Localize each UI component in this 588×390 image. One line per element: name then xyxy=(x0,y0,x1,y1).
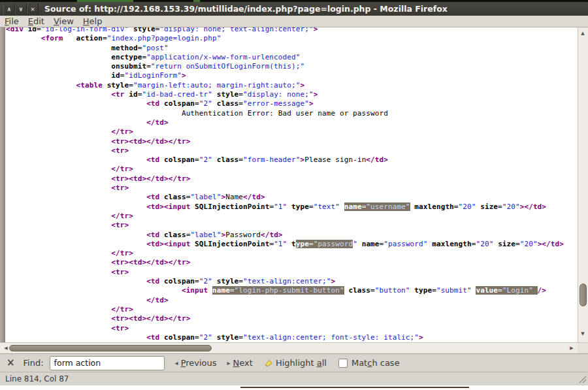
statusbar: Line 814, Col 87 xyxy=(0,372,588,385)
view-source-window: ∧ ∨ × Source of: http://192.168.153.39/m… xyxy=(0,0,588,390)
match-case-option[interactable]: Match case xyxy=(338,358,400,368)
source-line: onsubmit="return onSubmitOfLoginForm(thi… xyxy=(6,62,564,71)
match-case-label: Match case xyxy=(351,358,400,368)
lower-window-button[interactable]: ∨ xyxy=(15,3,27,14)
scrollbar-corner xyxy=(578,342,588,353)
source-line: <div id="id-log-in-form-div" style="disp… xyxy=(6,27,564,34)
scroll-down-arrow-icon[interactable]: ▼ xyxy=(578,329,587,338)
source-line: <tr> xyxy=(6,268,564,277)
menu-edit[interactable]: Edit xyxy=(24,16,49,26)
source-line: <td class="label">Password</td> xyxy=(6,231,564,240)
find-next-button[interactable]: ▸ Next xyxy=(227,358,253,368)
source-line: <tr><td></td></tr> xyxy=(6,314,564,323)
source-line: <td colspan="2" class="form-header">Plea… xyxy=(6,155,564,165)
window-left-border xyxy=(0,27,5,342)
close-icon: × xyxy=(30,6,35,12)
desktop-bottom-edge xyxy=(0,385,588,390)
source-line: <td colspan="2" style="text-align:center… xyxy=(6,333,564,342)
menu-view[interactable]: View xyxy=(49,16,78,26)
source-line: <tr><td></td></tr> xyxy=(6,258,564,267)
source-line: <input name="login-php-submit-button" cl… xyxy=(6,286,564,295)
vertical-scrollbar-thumb[interactable] xyxy=(580,284,587,306)
source-line: <tr><td></td></tr> xyxy=(6,137,564,146)
find-input[interactable] xyxy=(50,356,165,370)
menubar: File Edit View Help xyxy=(0,16,588,27)
source-line: </tr> xyxy=(6,127,564,137)
next-arrow-icon: ▸ xyxy=(227,360,231,366)
source-view[interactable]: <div id="id-log-in-form-div" style="disp… xyxy=(0,27,578,342)
find-toolbar: × Find: ◂ Previous ▸ Next Highlight all … xyxy=(0,353,588,372)
titlebar[interactable]: ∧ ∨ × Source of: http://192.168.153.39/m… xyxy=(0,2,588,16)
shade-icon: ∧ xyxy=(7,6,11,12)
highlighter-icon xyxy=(263,359,273,368)
find-close-icon[interactable]: × xyxy=(7,358,15,368)
vertical-scrollbar[interactable]: ▲ ▼ xyxy=(578,27,588,342)
find-previous-button[interactable]: ◂ Previous xyxy=(175,358,217,368)
source-line: <tr> xyxy=(6,324,564,333)
menu-file[interactable]: File xyxy=(0,16,24,26)
highlight-all-label: Highlight all xyxy=(276,358,327,368)
find-label: Find: xyxy=(24,358,44,368)
scroll-right-arrow-icon[interactable]: ▶ xyxy=(567,344,576,353)
menu-help[interactable]: Help xyxy=(78,16,107,26)
match-case-checkbox[interactable] xyxy=(338,359,348,368)
find-previous-label: Previous xyxy=(181,358,217,368)
source-line: <tr><td></td></tr> xyxy=(6,174,564,184)
source-line: <tr> xyxy=(6,221,564,230)
source-line: <tr> xyxy=(6,184,564,193)
source-line: </td> xyxy=(6,118,564,127)
source-line: method="post" xyxy=(6,44,564,53)
source-line: <td><input SQLInjectionPoint="1" type="p… xyxy=(6,240,564,249)
source-line: </tr> xyxy=(6,212,564,221)
previous-arrow-icon: ◂ xyxy=(175,360,178,366)
source-line: <tr id="id-bad-cred-tr" style="display: … xyxy=(6,90,564,99)
cursor-position-status: Line 814, Col 87 xyxy=(5,374,69,383)
source-line: <table style="margin-left:auto; margin-r… xyxy=(6,81,564,90)
source-line: <td colspan="2" style="text-align:center… xyxy=(6,277,564,286)
source-line: Authentication Error: Bad user name or p… xyxy=(6,109,564,118)
find-next-label: Next xyxy=(233,358,253,368)
highlight-all-button[interactable]: Highlight all xyxy=(263,358,327,368)
source-line: </tr> xyxy=(6,165,564,174)
background-window-edge xyxy=(240,387,469,388)
close-window-button[interactable]: × xyxy=(27,3,39,14)
horizontal-scrollbar-thumb[interactable] xyxy=(9,345,212,351)
source-line: </tr> xyxy=(6,249,564,258)
scroll-up-arrow-icon[interactable]: ▲ xyxy=(578,29,587,38)
window-title: Source of: http://192.168.153.39/mutilli… xyxy=(44,4,448,14)
source-line: <tr> xyxy=(6,146,564,155)
source-line: </td> xyxy=(6,296,564,305)
window-controls: ∧ ∨ × xyxy=(3,3,39,14)
resize-grip-icon[interactable] xyxy=(578,375,587,383)
source-line: <td><input SQLInjectionPoint="1" type="t… xyxy=(6,203,564,212)
shade-window-button[interactable]: ∧ xyxy=(3,3,15,14)
source-line: <td colspan="2" class="error-message"> xyxy=(6,99,564,108)
horizontal-scrollbar[interactable]: ◀ ▶ xyxy=(0,342,578,353)
source-line: <td class="label">Name</td> xyxy=(6,193,564,202)
source-line: enctype="application/x-www-form-urlencod… xyxy=(6,53,564,62)
source-code: <div id="id-log-in-form-div" style="disp… xyxy=(6,27,564,342)
lower-icon: ∨ xyxy=(18,6,23,12)
source-line: <form action="index.php?page=login.php" xyxy=(6,34,564,43)
source-line: id="idLoginForm"> xyxy=(6,71,564,80)
source-line: </tr> xyxy=(6,305,564,314)
